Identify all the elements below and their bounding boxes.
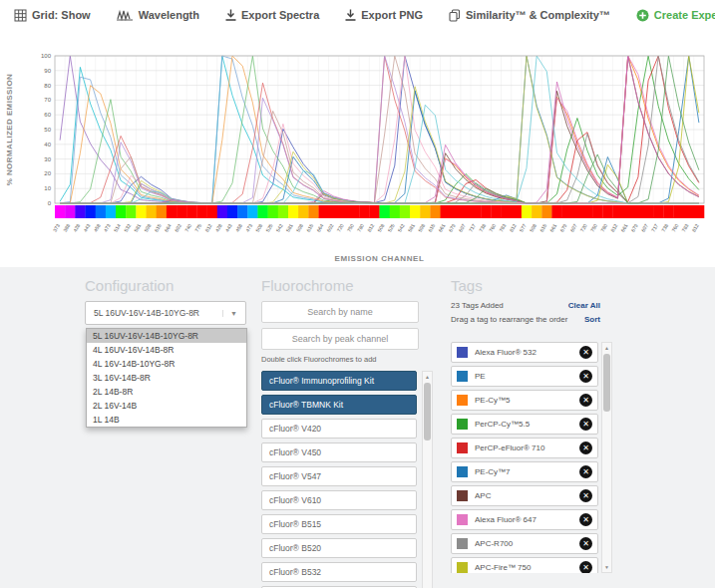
scrollbar-track[interactable] <box>602 353 611 562</box>
scrollbar-track[interactable] <box>423 382 432 588</box>
fluorochrome-item[interactable]: cFluor® TBMNK Kit <box>261 395 417 415</box>
tag-row[interactable]: PE-Cy™7✕ <box>451 461 598 482</box>
fluorochrome-item[interactable]: cFluor® B532 <box>261 562 417 582</box>
remove-tag-button[interactable]: ✕ <box>579 489 592 502</box>
fluorochrome-item[interactable]: cFluor® B515 <box>261 514 417 534</box>
clear-all-link[interactable]: Clear All <box>568 301 600 310</box>
svg-text:458: 458 <box>92 222 101 232</box>
configuration-option[interactable]: 2L 14B-8R <box>87 385 246 399</box>
svg-text:679: 679 <box>629 222 638 232</box>
scroll-up-icon[interactable]: ▲ <box>423 372 432 382</box>
svg-text:581: 581 <box>133 222 142 232</box>
configuration-option[interactable]: 1L 14B <box>87 413 246 427</box>
search-by-name-input[interactable] <box>261 301 419 323</box>
svg-text:514: 514 <box>113 222 122 232</box>
fluorochrome-item[interactable]: cFluor® V547 <box>261 466 417 486</box>
scrollbar-thumb[interactable] <box>603 354 610 412</box>
tags-drag-row: Drag a tag to rearrange the order Sort <box>451 315 600 324</box>
remove-tag-button[interactable]: ✕ <box>579 346 592 359</box>
similarity-complexity-label: Similarity™ & Complexity™ <box>466 9 610 21</box>
remove-tag-button[interactable]: ✕ <box>579 441 592 454</box>
tag-row[interactable]: Alexa Fluor® 647✕ <box>451 509 598 530</box>
grid-toggle[interactable]: Grid: Show <box>14 9 91 22</box>
configuration-select[interactable]: 5L 16UV-16V-14B-10YG-8R ▼ 5L 16UV-16V-14… <box>85 301 246 325</box>
svg-text:664: 664 <box>163 222 172 232</box>
scroll-up-icon[interactable]: ▲ <box>602 343 611 353</box>
tag-row[interactable]: APC✕ <box>451 485 598 506</box>
similarity-complexity-button[interactable]: Similarity™ & Complexity™ <box>449 9 610 22</box>
fluorochrome-item[interactable]: cFluor® Immunoprofiling Kit <box>261 371 417 391</box>
configuration-option[interactable]: 2L 16V-14B <box>87 399 246 413</box>
export-png-label: Export PNG <box>361 9 423 21</box>
remove-tag-button[interactable]: ✕ <box>579 513 592 526</box>
tag-row[interactable]: Alexa Fluor® 532✕ <box>451 342 598 363</box>
tag-row[interactable]: PE✕ <box>451 366 598 387</box>
svg-text:443: 443 <box>223 222 232 232</box>
svg-text:443: 443 <box>82 222 91 232</box>
svg-text:760: 760 <box>670 222 679 232</box>
tag-row[interactable]: PerCP-eFluor® 710✕ <box>451 438 598 458</box>
configuration-panel: Configuration 5L 16UV-16V-14B-10YG-8R ▼ … <box>85 277 246 325</box>
svg-text:679: 679 <box>558 222 567 232</box>
svg-text:738: 738 <box>660 222 669 232</box>
remove-tag-button[interactable]: ✕ <box>579 370 592 383</box>
svg-text:388: 388 <box>62 222 71 232</box>
configuration-option[interactable]: 3L 16V-14B-8R <box>87 371 246 385</box>
remove-tag-button[interactable]: ✕ <box>579 561 592 573</box>
tag-list: Alexa Fluor® 532✕PE✕PE-Cy™5✕PerCP-Cy™5.5… <box>451 342 612 573</box>
tag-row[interactable]: APC-Fire™ 750✕ <box>451 557 598 573</box>
search-by-peak-channel-input[interactable] <box>261 328 419 350</box>
fluorochrome-title: Fluorochrome <box>261 277 433 294</box>
configuration-option[interactable]: 4L 16V-14B-10YG-8R <box>87 357 246 371</box>
remove-tag-button[interactable]: ✕ <box>579 394 592 407</box>
tag-label: APC-R700 <box>475 539 572 548</box>
svg-text:661: 661 <box>437 222 446 232</box>
svg-text:783: 783 <box>498 222 507 232</box>
sort-link[interactable]: Sort <box>584 315 600 324</box>
create-experiment-button[interactable]: Create Experiment <box>636 9 715 22</box>
fluorochrome-item[interactable]: cFluor® B520 <box>261 538 417 558</box>
configuration-option[interactable]: 5L 16UV-16V-14B-10YG-8R <box>87 329 246 343</box>
download-icon <box>345 9 356 21</box>
wavelength-toggle[interactable]: Wavelength <box>117 9 199 21</box>
scrollbar-thumb[interactable] <box>424 383 431 441</box>
svg-text:581: 581 <box>407 222 416 232</box>
configuration-selected-value: 5L 16UV-16V-14B-10YG-8R <box>94 308 199 318</box>
svg-text:697: 697 <box>568 222 577 232</box>
tags-scrollbar[interactable]: ▲ ▼ <box>601 342 612 573</box>
fluorochrome-item[interactable]: cFluor® V420 <box>261 419 417 439</box>
tag-row[interactable]: PE-Cy™5✕ <box>451 390 598 411</box>
tag-color-swatch <box>457 419 468 430</box>
svg-text:525: 525 <box>264 222 273 232</box>
tag-label: Alexa Fluor® 532 <box>475 348 572 357</box>
svg-text:812: 812 <box>690 222 699 232</box>
scroll-down-icon[interactable]: ▼ <box>602 562 611 572</box>
tag-row[interactable]: APC-R700✕ <box>451 533 598 554</box>
emission-spectra-chart: 0102030405060708090100373388428443458473… <box>0 32 715 269</box>
tag-label: APC-Fire™ 750 <box>475 563 572 572</box>
tags-count: 23 Tags Added <box>451 301 504 310</box>
tag-row[interactable]: PerCP-Cy™5.5✕ <box>451 414 598 435</box>
configuration-option[interactable]: 4L 16UV-16V-14B-8R <box>87 343 246 357</box>
svg-text:70: 70 <box>44 97 51 103</box>
svg-text:542: 542 <box>274 222 283 232</box>
tag-color-swatch <box>457 395 468 406</box>
svg-text:780: 780 <box>356 222 365 232</box>
svg-text:664: 664 <box>315 222 324 232</box>
svg-text:80: 80 <box>44 83 51 89</box>
export-png-button[interactable]: Export PNG <box>345 9 423 21</box>
fluorochrome-item[interactable]: cFluor® V610 <box>261 490 417 510</box>
svg-text:508: 508 <box>376 222 385 232</box>
fluorochrome-scrollbar[interactable]: ▲ ▼ <box>422 371 433 588</box>
tags-panel: Tags 23 Tags Added Clear All Drag a tag … <box>451 277 612 573</box>
remove-tag-button[interactable]: ✕ <box>579 465 592 478</box>
svg-text:50: 50 <box>44 127 51 133</box>
svg-text:615: 615 <box>153 222 162 232</box>
svg-text:697: 697 <box>640 222 649 232</box>
remove-tag-button[interactable]: ✕ <box>579 537 592 550</box>
svg-text:0: 0 <box>48 200 52 206</box>
export-spectra-button[interactable]: Export Spectra <box>225 9 319 21</box>
remove-tag-button[interactable]: ✕ <box>579 418 592 431</box>
svg-text:717: 717 <box>468 222 477 232</box>
fluorochrome-item[interactable]: cFluor® V450 <box>261 442 417 462</box>
